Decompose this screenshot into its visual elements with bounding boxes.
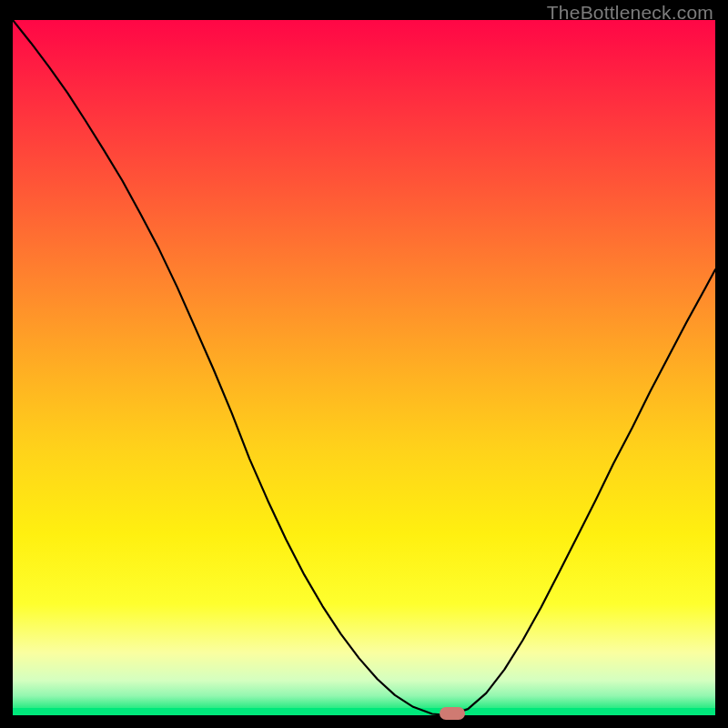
chart-frame xyxy=(13,0,715,715)
optimum-marker xyxy=(440,707,465,720)
chart-canvas xyxy=(13,20,715,715)
watermark-text: TheBottleneck.com xyxy=(547,2,713,24)
plot-area xyxy=(13,20,715,715)
